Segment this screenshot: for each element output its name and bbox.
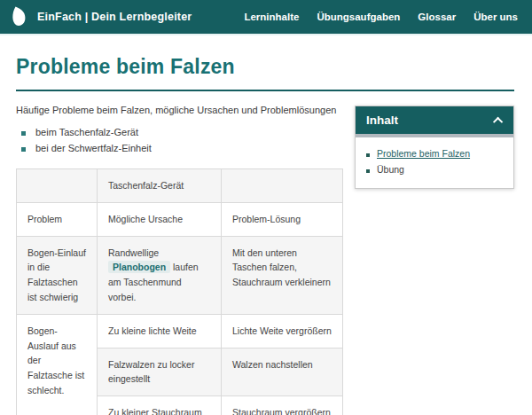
- toc-item: Übung: [366, 161, 503, 177]
- site-header: EinFach | Dein Lernbegleiter Lerninhalte…: [0, 0, 532, 35]
- empty-cell: [222, 169, 343, 203]
- column-header-cause: Mögliche Ursache: [98, 202, 222, 236]
- toc-body: Probleme beim Falzen Übung: [356, 137, 513, 188]
- brand-link[interactable]: EinFach | Dein Lernbegleiter: [9, 5, 192, 28]
- table-column-header-row: Problem Mögliche Ursache Problem-Lösung: [17, 202, 343, 236]
- nav-item-glossar[interactable]: Glossar: [418, 12, 456, 22]
- cause-cell: Zu kleiner Stauchraum: [98, 396, 222, 415]
- table-row: Bogen-Auslauf aus der Falztasche ist sch…: [17, 314, 343, 348]
- list-item: beim Taschenfalz-Gerät: [18, 124, 344, 140]
- cause-text: Randwellige: [108, 247, 159, 258]
- list-item: bei der Schwertfalz-Einheit: [18, 140, 344, 156]
- column-header-solution: Problem-Lösung: [222, 202, 343, 236]
- table-group-header-row: Taschenfalz-Gerät: [17, 169, 343, 203]
- solution-cell: Stauchraum vergrößern: [222, 396, 343, 415]
- empty-cell: [17, 169, 98, 203]
- page-content: Probleme beim Falzen Häufige Probleme be…: [0, 35, 532, 415]
- solution-cell: Mit den unteren Taschen falzen, Stauchra…: [222, 236, 343, 314]
- solution-cell: Walzen nachstellen: [222, 348, 343, 396]
- toc-link-probleme-beim-falzen[interactable]: Probleme beim Falzen: [377, 148, 470, 159]
- table-row: Bogen-Einlauf in die Falztaschen ist sch…: [17, 236, 343, 314]
- toc-link-uebung[interactable]: Übung: [377, 164, 404, 175]
- toc-collapse-toggle[interactable]: Inhalt: [356, 106, 513, 137]
- title-divider: [16, 90, 514, 91]
- problem-cell: Bogen-Auslauf aus der Falztasche ist sch…: [17, 314, 98, 415]
- cause-cell: Falzwalzen zu locker eingestellt: [98, 348, 222, 396]
- chevron-up-icon[interactable]: [493, 116, 503, 126]
- page-title: Probleme beim Falzen: [16, 55, 514, 79]
- intro-list: beim Taschenfalz-Gerät bei der Schwertfa…: [18, 124, 344, 156]
- nav-item-ueber-uns[interactable]: Über uns: [473, 12, 518, 22]
- brand-title: EinFach | Dein Lernbegleiter: [37, 11, 192, 23]
- nav-item-lerninhalte[interactable]: Lerninhalte: [244, 12, 299, 22]
- cause-cell: Zu kleine lichte Weite: [98, 314, 222, 348]
- group-header-cell: Taschenfalz-Gerät: [98, 169, 222, 203]
- problems-table: Taschenfalz-Gerät Problem Mögliche Ursac…: [16, 168, 343, 415]
- column-header-problem: Problem: [17, 202, 98, 236]
- main-column: Häufige Probleme beim Falzen, mögliche U…: [16, 103, 344, 415]
- cause-cell: Randwellige Planobogen laufen am Taschen…: [98, 236, 222, 314]
- problem-cell: Bogen-Einlauf in die Falztaschen ist sch…: [17, 236, 98, 314]
- drop-logo-icon: [9, 5, 28, 28]
- solution-cell: Lichte Weite vergrößern: [222, 314, 343, 348]
- glossary-term-link[interactable]: Planobogen: [108, 261, 170, 273]
- nav-item-uebungsaufgaben[interactable]: Übungsaufgaben: [317, 12, 400, 22]
- toc-item: Probleme beim Falzen: [366, 145, 503, 161]
- intro-text: Häufige Probleme beim Falzen, mögliche U…: [16, 105, 344, 115]
- toc-title: Inhalt: [366, 114, 398, 127]
- toc-box: Inhalt Probleme beim Falzen Übung: [355, 106, 514, 189]
- top-nav: Lerninhalte Übungsaufgaben Glossar Über …: [244, 12, 518, 22]
